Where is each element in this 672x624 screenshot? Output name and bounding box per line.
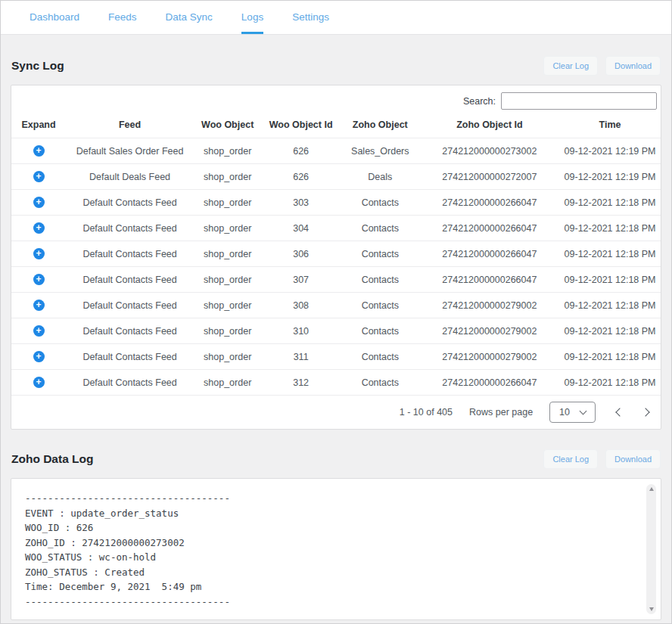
zoho-object-cell: Contacts xyxy=(341,318,420,344)
tab-logs[interactable]: Logs xyxy=(241,1,263,34)
search-input[interactable] xyxy=(501,92,657,110)
sync-log-panel: Search: Expand Feed Woo Object xyxy=(11,85,661,430)
zoho-data-log-title: Zoho Data Log xyxy=(11,452,94,466)
woo-object-cell: shop_order xyxy=(194,164,261,190)
woo-object-id-cell: 307 xyxy=(261,267,341,293)
time-cell: 09-12-2021 12:18 PM xyxy=(559,267,661,293)
zoho-object-cell: Sales_Orders xyxy=(341,138,420,164)
expand-cell: + xyxy=(11,370,66,396)
download-button[interactable]: Download xyxy=(605,56,661,76)
column-header-zoho-object-id: Zoho Object Id xyxy=(420,112,559,138)
search-row: Search: xyxy=(11,85,661,112)
woo-object-cell: shop_order xyxy=(194,267,261,293)
log-scrollbar[interactable] xyxy=(646,484,656,614)
feed-cell: Default Contacts Feed xyxy=(66,344,194,370)
table-row: +Default Sales Order Feedshop_order626Sa… xyxy=(11,138,661,164)
rows-per-page-value: 10 xyxy=(559,407,570,418)
chevron-down-icon xyxy=(580,408,587,415)
woo-object-cell: shop_order xyxy=(194,344,261,370)
column-header-woo-object: Woo Object xyxy=(194,112,261,138)
expand-plus-icon[interactable]: + xyxy=(33,325,45,337)
expand-plus-icon[interactable]: + xyxy=(33,171,45,182)
time-cell: 09-12-2021 12:18 PM xyxy=(559,190,661,216)
woo-object-id-cell: 308 xyxy=(261,293,341,318)
sync-log-section: Sync Log Clear Log Download Search: xyxy=(11,56,661,430)
time-cell: 09-12-2021 12:18 PM xyxy=(559,216,661,241)
zoho-object-id-cell: 274212000000266047 xyxy=(420,190,559,216)
zoho-log-panel: ------------------------------------ EVE… xyxy=(11,478,661,620)
zoho-object-cell: Contacts xyxy=(341,190,420,216)
woo-object-id-cell: 310 xyxy=(261,318,341,344)
scroll-down-icon[interactable] xyxy=(649,607,654,611)
woo-object-id-cell: 303 xyxy=(261,190,341,216)
tab-feeds[interactable]: Feeds xyxy=(108,1,137,34)
time-cell: 09-12-2021 12:18 PM xyxy=(559,241,661,267)
clear-log-button[interactable]: Clear Log xyxy=(543,56,598,76)
expand-plus-icon[interactable]: + xyxy=(33,197,45,208)
expand-plus-icon[interactable]: + xyxy=(33,274,45,285)
woo-object-cell: shop_order xyxy=(194,370,261,396)
page-content: Sync Log Clear Log Download Search: xyxy=(1,56,671,620)
woo-object-cell: shop_order xyxy=(194,293,261,318)
expand-plus-icon[interactable]: + xyxy=(33,351,45,362)
table-row: +Default Contacts Feedshop_order308Conta… xyxy=(11,293,661,318)
zoho-object-id-cell: 274212000000279002 xyxy=(420,318,559,344)
zoho-object-cell: Contacts xyxy=(341,267,420,293)
feed-cell: Default Contacts Feed xyxy=(66,267,194,293)
prev-page-icon[interactable] xyxy=(615,408,624,416)
zoho-object-cell: Contacts xyxy=(341,293,420,318)
expand-plus-icon[interactable]: + xyxy=(33,145,45,157)
feed-cell: Default Contacts Feed xyxy=(66,241,194,267)
zoho-object-id-cell: 274212000000266047 xyxy=(420,241,559,267)
woo-object-id-cell: 304 xyxy=(261,216,341,241)
feed-cell: Default Contacts Feed xyxy=(66,190,194,216)
feed-cell: Default Contacts Feed xyxy=(66,293,194,318)
zoho-object-cell: Contacts xyxy=(341,216,420,241)
table-row: +Default Contacts Feedshop_order311Conta… xyxy=(11,344,661,370)
rows-per-page-label: Rows per page xyxy=(469,407,533,418)
woo-object-cell: shop_order xyxy=(194,138,261,164)
expand-plus-icon[interactable]: + xyxy=(33,377,45,388)
expand-plus-icon[interactable]: + xyxy=(33,300,45,311)
zoho-clear-log-button[interactable]: Clear Log xyxy=(543,449,598,469)
table-header-row: Expand Feed Woo Object Woo Object Id Zoh… xyxy=(11,112,661,138)
next-page-icon[interactable] xyxy=(641,408,649,416)
sync-log-header: Sync Log Clear Log Download xyxy=(11,56,661,76)
tab-data-sync[interactable]: Data Sync xyxy=(166,1,213,34)
woo-object-id-cell: 312 xyxy=(261,370,341,396)
feed-cell: Default Contacts Feed xyxy=(66,370,194,396)
pager xyxy=(617,409,649,415)
zoho-data-log-section: Zoho Data Log Clear Log Download -------… xyxy=(11,449,661,620)
scroll-up-icon[interactable] xyxy=(649,487,654,491)
table-row: +Default Contacts Feedshop_order307Conta… xyxy=(11,267,661,293)
sync-log-table: Expand Feed Woo Object Woo Object Id Zoh… xyxy=(11,112,661,395)
sync-log-table-body: +Default Sales Order Feedshop_order626Sa… xyxy=(11,138,661,396)
time-cell: 09-12-2021 12:18 PM xyxy=(559,370,661,396)
plugin-admin-page: Dashboard Feeds Data Sync Logs Settings … xyxy=(0,0,672,624)
zoho-object-cell: Contacts xyxy=(341,344,420,370)
zoho-data-log-header: Zoho Data Log Clear Log Download xyxy=(11,449,661,469)
zoho-download-button[interactable]: Download xyxy=(605,449,661,469)
rows-per-page-select[interactable]: 10 xyxy=(549,402,596,423)
pagination-range: 1 - 10 of 405 xyxy=(400,407,453,418)
expand-cell: + xyxy=(11,318,66,344)
feed-cell: Default Contacts Feed xyxy=(66,216,194,241)
zoho-object-id-cell: 274212000000266047 xyxy=(420,216,559,241)
table-row: +Default Contacts Feedshop_order304Conta… xyxy=(11,216,661,241)
expand-cell: + xyxy=(11,216,66,241)
expand-plus-icon[interactable]: + xyxy=(33,222,45,234)
feed-cell: Default Deals Feed xyxy=(66,164,194,190)
woo-object-id-cell: 306 xyxy=(261,241,341,267)
expand-plus-icon[interactable]: + xyxy=(33,248,45,259)
time-cell: 09-12-2021 12:19 PM xyxy=(559,138,661,164)
expand-cell: + xyxy=(11,164,66,190)
woo-object-cell: shop_order xyxy=(194,241,261,267)
time-cell: 09-12-2021 12:18 PM xyxy=(559,344,661,370)
tab-settings[interactable]: Settings xyxy=(292,1,329,34)
column-header-time: Time xyxy=(559,112,661,138)
column-header-woo-object-id: Woo Object Id xyxy=(261,112,341,138)
zoho-object-id-cell: 274212000000272007 xyxy=(420,164,559,190)
zoho-object-id-cell: 274212000000279002 xyxy=(420,344,559,370)
tab-dashboard[interactable]: Dashboard xyxy=(30,1,79,34)
table-row: +Default Contacts Feedshop_order310Conta… xyxy=(11,318,661,344)
